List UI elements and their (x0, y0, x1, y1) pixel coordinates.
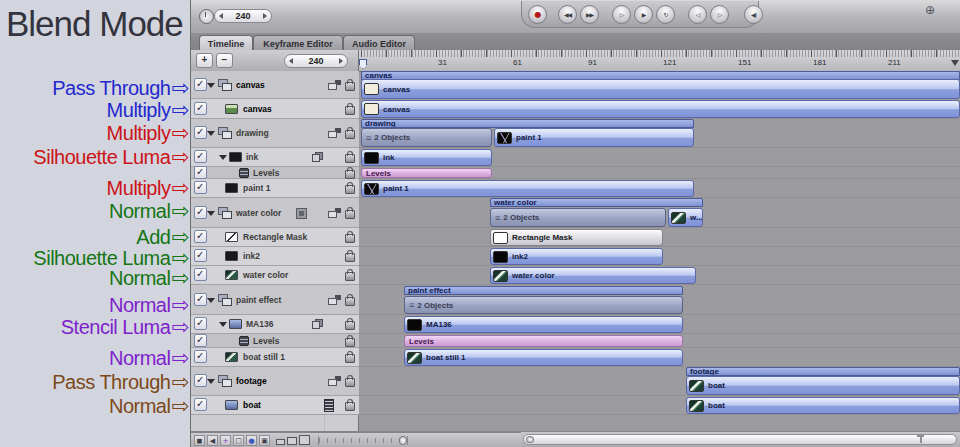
audio-mute-button[interactable]: ◀) (744, 5, 763, 24)
group-strip-footage[interactable]: footage (686, 367, 960, 376)
checkbox[interactable] (194, 398, 207, 411)
track-size-medium-icon[interactable] (287, 437, 297, 445)
lock-icon[interactable] (345, 338, 355, 347)
playhead-marker[interactable] (359, 59, 367, 69)
zoom-slider-knob[interactable] (399, 436, 407, 445)
layer-row-canvas[interactable]: canvas (191, 99, 359, 119)
stepper-right-arrow-icon[interactable] (339, 58, 343, 64)
layer-row-drawing-group[interactable]: drawing (191, 119, 359, 148)
add-object-button[interactable]: + (196, 53, 213, 68)
layer-row-boat-still-1[interactable]: boat still 1 (191, 348, 359, 367)
timeline-bar-water-color-w[interactable]: w... (668, 208, 703, 227)
timeline-bar-canvas-group[interactable]: canvas (361, 79, 960, 99)
group-strip-drawing[interactable]: drawing (361, 119, 694, 128)
timeline-bar-ink[interactable]: ink (361, 149, 492, 166)
lock-icon[interactable] (345, 130, 355, 139)
timeline-bar-water-color-objects[interactable]: 2 Objects (490, 208, 666, 227)
show-keyframes-button[interactable]: □ (233, 435, 244, 446)
disclosure-triangle-icon[interactable] (219, 322, 227, 327)
markers-button[interactable]: ● (246, 435, 257, 446)
timeline-ruler[interactable]: 1 31 61 91 121 151 181 211 (359, 50, 960, 72)
timeline-bar-ink2[interactable]: ink2 (490, 248, 663, 265)
layer-row-water-color-group[interactable]: water color (191, 198, 359, 228)
lock-icon[interactable] (345, 402, 355, 411)
timeline-tracks-area[interactable]: 1 31 61 91 121 151 181 211 canvas canvas… (359, 50, 960, 431)
layer-row-levels-2[interactable]: Levels (191, 334, 359, 348)
lock-icon[interactable] (345, 82, 355, 91)
layer-row-ink[interactable]: ink (191, 148, 359, 167)
play-button[interactable]: ▶ (634, 5, 653, 24)
effects-button[interactable]: + (220, 435, 231, 446)
layer-row-ma136[interactable]: MA136 (191, 315, 359, 334)
layer-row-footage-group[interactable]: footage (191, 367, 359, 396)
end-marker-icon[interactable] (951, 60, 959, 66)
stepper-right-arrow-icon[interactable] (263, 13, 267, 19)
lock-icon[interactable] (345, 185, 355, 194)
lock-icon[interactable] (345, 297, 355, 306)
lock-icon[interactable] (345, 354, 355, 363)
checkbox[interactable] (194, 268, 207, 281)
disclosure-triangle-icon[interactable] (219, 155, 227, 160)
checkbox[interactable] (194, 230, 207, 243)
track-display-button[interactable]: ◼ (194, 435, 205, 446)
layer-row-levels-1[interactable]: Levels (191, 167, 359, 179)
timeline-bar-boat[interactable]: boat (686, 397, 960, 414)
layer-row-boat[interactable]: boat (191, 396, 359, 415)
timeline-bar-drawing-paint-1[interactable]: paint 1 (494, 128, 694, 147)
timeline-bar-rectangle-mask[interactable]: Rectangle Mask (490, 229, 663, 246)
disclosure-triangle-icon[interactable] (207, 298, 215, 303)
track-size-control[interactable] (276, 436, 310, 445)
layer-row-rectangle-mask[interactable]: Rectangle Mask (191, 228, 359, 247)
lock-icon[interactable] (345, 170, 355, 179)
timeline-bar-footage-boat[interactable]: boat (686, 376, 960, 395)
lock-icon[interactable] (345, 210, 355, 219)
go-to-end-button[interactable]: ▶▶ (580, 5, 599, 24)
track-size-large-icon[interactable] (299, 435, 310, 445)
scrollbar-knob[interactable] (526, 436, 534, 443)
layer-row-ink2[interactable]: ink2 (191, 247, 359, 266)
audio-tracks-button[interactable]: ◀ (207, 435, 218, 446)
track-size-small-icon[interactable] (276, 439, 285, 445)
lock-icon[interactable] (345, 154, 355, 163)
step-back-button[interactable]: ◁ (688, 5, 707, 24)
group-strip-paint-effect[interactable]: paint effect (404, 286, 683, 295)
layer-row-paint-1[interactable]: paint 1 (191, 179, 359, 198)
timeline-bar-boat-still-1[interactable]: boat still 1 (404, 349, 683, 366)
tab-keyframe-editor[interactable]: Keyframe Editor (253, 35, 343, 51)
remove-object-button[interactable]: − (216, 53, 233, 68)
lock-icon[interactable] (345, 106, 355, 115)
zoom-slider[interactable] (318, 436, 408, 445)
layer-row-water-color[interactable]: water color (191, 266, 359, 285)
step-forward-button[interactable]: ▷ (710, 5, 729, 24)
lock-icon[interactable] (345, 272, 355, 281)
checkbox[interactable] (194, 334, 207, 347)
lock-icon[interactable] (345, 253, 355, 262)
timeline-bar-drawing-objects[interactable]: 2 Objects (361, 128, 492, 147)
checkbox[interactable] (194, 166, 207, 179)
record-button[interactable]: ● (528, 5, 547, 24)
layers-view-button[interactable]: ▣ (259, 435, 270, 446)
play-from-start-button[interactable]: ▷ (612, 5, 631, 24)
checkbox[interactable] (194, 350, 207, 363)
layer-row-paint-effect-group[interactable]: paint effect (191, 285, 359, 315)
duration-value[interactable]: 240 (223, 11, 263, 21)
lock-icon[interactable] (345, 234, 355, 243)
panel-duration-value[interactable]: 240 (293, 56, 339, 66)
tab-audio-editor[interactable]: Audio Editor (343, 35, 415, 51)
timeline-bar-canvas[interactable]: canvas (361, 100, 960, 118)
timeline-bar-paint-effect-objects[interactable]: 2 Objects (404, 296, 683, 314)
checkbox[interactable] (194, 206, 207, 219)
lock-icon[interactable] (345, 378, 355, 387)
checkbox[interactable] (194, 150, 207, 163)
checkbox[interactable] (194, 78, 207, 91)
timeline-bar-water-color[interactable]: water color (490, 267, 696, 284)
disclosure-triangle-icon[interactable] (207, 379, 215, 384)
timeline-bar-levels-2[interactable]: Levels (404, 335, 683, 347)
go-to-start-button[interactable]: ◀◀ (558, 5, 577, 24)
checkbox[interactable] (194, 249, 207, 262)
checkbox[interactable] (194, 126, 207, 139)
disclosure-triangle-icon[interactable] (207, 211, 215, 216)
checkbox[interactable] (194, 374, 207, 387)
loop-button[interactable]: ↻ (656, 5, 675, 24)
panel-duration-stepper[interactable]: 240 (284, 54, 348, 68)
